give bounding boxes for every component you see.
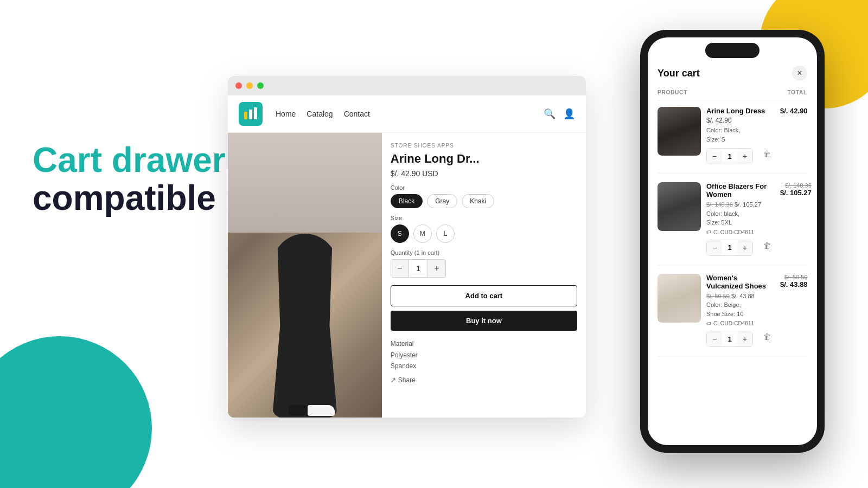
qty-decrease-btn[interactable]: − — [391, 260, 409, 277]
product-image — [228, 133, 382, 418]
cart-item-total-shoes: $/. 50.50 $/. 43.88 — [780, 274, 808, 348]
cart-item-total-value-dress: $/. 42.90 — [780, 107, 808, 115]
cart-item-size-blazer: Size: 5XL — [706, 218, 775, 227]
cart-qty-value-shoes: 1 — [722, 335, 737, 343]
account-icon[interactable]: 👤 — [563, 108, 575, 120]
color-btn-black[interactable]: Black — [391, 194, 423, 208]
cart-item-qty-row-blazer: − 1 + 🗑 — [706, 235, 775, 256]
browser-dot-yellow — [246, 82, 253, 89]
cart-item-name-blazer: Office Blazers For Women — [706, 182, 775, 198]
color-options: Black Gray Khaki — [391, 194, 577, 208]
size-options: S M L — [391, 224, 577, 243]
figure — [272, 234, 337, 418]
cart-item-color-blazer: Color: black, — [706, 209, 775, 219]
product-area: STORE SHOES APPS Arine Long Dr... $/. 42… — [228, 133, 586, 418]
cart-item-image-dress — [658, 107, 701, 156]
svg-rect-0 — [244, 112, 247, 119]
cart-drawer: Your cart × PRODUCT TOTAL Arine Long Dre… — [648, 37, 817, 445]
cart-item-original-price-shoes: $/. 50.50 $/. 43.88 — [706, 292, 775, 301]
phone-screen: Your cart × PRODUCT TOTAL Arine Long Dre… — [648, 37, 817, 445]
cart-close-button[interactable]: × — [792, 66, 807, 81]
cart-item-total-blazer: $/. 140.36 $/. 105.27 — [780, 182, 812, 256]
cart-item-name-shoes: Women's Vulcanized Shoes — [706, 274, 775, 290]
store-nav: Home Catalog Contact 🔍 👤 — [228, 95, 586, 133]
material-polyester: Polyester — [391, 350, 577, 361]
cart-header: Your cart × — [658, 66, 807, 81]
share-label: Share — [398, 376, 416, 384]
cart-item-original-price-blazer: $/. 140.36 $/. 105.27 — [706, 200, 775, 209]
search-icon[interactable]: 🔍 — [544, 108, 556, 120]
browser-dot-green — [257, 82, 264, 89]
cart-item-total-value-blazer: $/. 140.36 $/. 105.27 — [780, 182, 812, 197]
cart-item-shoe-size: Shoe Size: 10 — [706, 310, 775, 319]
color-label: Color — [391, 184, 577, 191]
product-details-panel: STORE SHOES APPS Arine Long Dr... $/. 42… — [382, 133, 586, 418]
phone-notch — [705, 43, 760, 58]
cart-qty-decrease-shoes[interactable]: − — [707, 331, 722, 346]
product-material-section: Material Polyester Spandex — [391, 338, 577, 371]
cart-item-details-shoes: Women's Vulcanized Shoes $/. 50.50 $/. 4… — [706, 274, 775, 348]
cart-item-details-dress: Arine Long Dress $/. 42.90 Color: Black,… — [706, 107, 775, 164]
cart-col-total: TOTAL — [788, 89, 807, 95]
cart-title: Your cart — [658, 68, 700, 79]
cart-item-total-value-shoes: $/. 50.50 $/. 43.88 — [780, 274, 808, 288]
cart-column-headers: PRODUCT TOTAL — [658, 89, 807, 100]
size-btn-s[interactable]: S — [391, 224, 409, 243]
nav-link-contact[interactable]: Contact — [344, 110, 370, 118]
cart-item-image-shoes — [658, 274, 701, 323]
store-nav-icons: 🔍 👤 — [544, 108, 575, 120]
cart-item-qty-row-dress: − 1 + 🗑 — [706, 144, 775, 164]
cart-item-code-blazer: CLOUD-CD4811 — [706, 229, 775, 235]
cart-qty-value-dress: 1 — [722, 152, 737, 160]
cart-delete-btn-shoes[interactable]: 🗑 — [760, 329, 775, 344]
blazer-image-placeholder — [658, 182, 701, 231]
cart-delete-btn-blazer[interactable]: 🗑 — [760, 238, 775, 253]
product-image-placeholder — [228, 133, 382, 418]
cart-item-color-dress: Color: Black, — [706, 126, 775, 135]
qty-controls: − 1 + — [391, 259, 446, 278]
sky — [228, 133, 382, 233]
nav-link-home[interactable]: Home — [276, 110, 296, 118]
hero-line1: Cart drawer — [33, 140, 226, 179]
cart-item-details-blazer: Office Blazers For Women $/. 140.36 $/. … — [706, 182, 775, 256]
cart-qty-decrease-blazer[interactable]: − — [707, 240, 722, 255]
cart-qty-increase-dress[interactable]: + — [737, 149, 752, 164]
cart-item-size-dress: Size: S — [706, 135, 775, 144]
browser-titlebar — [228, 76, 586, 95]
cart-delete-btn-dress[interactable]: 🗑 — [760, 146, 775, 162]
cart-qty-value-blazer: 1 — [722, 243, 737, 252]
nav-link-catalog[interactable]: Catalog — [307, 110, 333, 118]
size-btn-m[interactable]: M — [413, 224, 432, 243]
share-button[interactable]: ↗ Share — [391, 376, 577, 384]
hero-line2: compatible — [33, 178, 216, 217]
cart-item-stepper-shoes: − 1 + — [706, 331, 753, 347]
cart-qty-increase-blazer[interactable]: + — [737, 240, 752, 255]
cart-item-total-dress: $/. 42.90 — [780, 107, 808, 164]
share-icon: ↗ — [391, 376, 396, 384]
cart-item-stepper-dress: − 1 + — [706, 148, 753, 164]
cart-item-color-shoes: Color: Beige, — [706, 300, 775, 310]
teal-circle-decoration — [0, 336, 152, 488]
buy-now-button[interactable]: Buy it now — [391, 311, 577, 331]
color-btn-khaki[interactable]: Khaki — [462, 194, 494, 208]
cart-qty-decrease-dress[interactable]: − — [707, 149, 722, 164]
size-label: Size — [391, 215, 577, 221]
cart-item-price-dress: $/. 42.90 — [706, 117, 775, 124]
qty-increase-btn[interactable]: + — [428, 260, 445, 277]
svg-rect-2 — [254, 107, 257, 119]
cart-qty-increase-shoes[interactable]: + — [737, 331, 752, 346]
add-to-cart-button[interactable]: Add to cart — [391, 285, 577, 306]
cart-item: Arine Long Dress $/. 42.90 Color: Black,… — [658, 107, 807, 174]
dress-image-placeholder — [658, 107, 701, 156]
phone-frame: Your cart × PRODUCT TOTAL Arine Long Dre… — [640, 30, 825, 453]
size-btn-l[interactable]: L — [436, 224, 455, 243]
product-price: $/. 42.90 USD — [391, 169, 577, 178]
store-logo — [239, 102, 263, 126]
store-label: STORE SHOES APPS — [391, 143, 577, 149]
shoes-image-placeholder — [658, 274, 701, 323]
store-nav-links: Home Catalog Contact — [276, 110, 531, 118]
color-btn-gray[interactable]: Gray — [427, 194, 457, 208]
cart-item-name-dress: Arine Long Dress — [706, 107, 775, 115]
browser-dot-red — [235, 82, 242, 89]
material-spandex: Spandex — [391, 361, 577, 371]
